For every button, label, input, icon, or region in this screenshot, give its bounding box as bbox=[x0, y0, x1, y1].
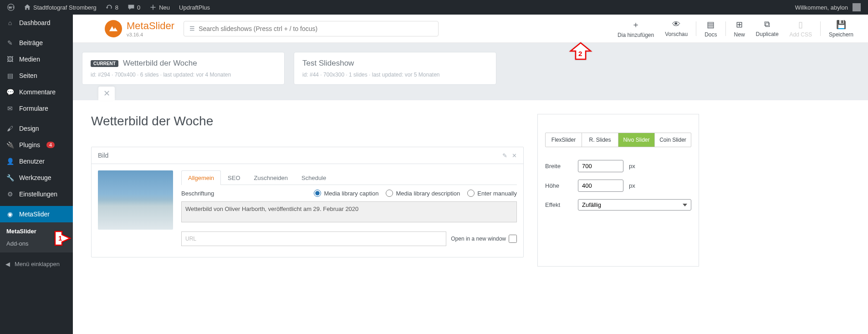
updraft-link[interactable]: UpdraftPlus bbox=[175, 0, 214, 15]
comments-link[interactable]: 0 bbox=[124, 0, 144, 15]
wp-admin-bar: Stadtfotograf Stromberg 8 0 Neu UpdraftP… bbox=[0, 0, 868, 15]
updates-link[interactable]: 8 bbox=[102, 0, 122, 15]
plus-icon bbox=[149, 4, 157, 11]
new-link[interactable]: Neu bbox=[146, 0, 174, 15]
refresh-icon bbox=[106, 4, 113, 11]
site-name: Stadtfotograf Stromberg bbox=[33, 4, 97, 11]
site-link[interactable]: Stadtfotograf Stromberg bbox=[20, 0, 100, 15]
comment-icon bbox=[128, 4, 135, 11]
avatar bbox=[853, 3, 861, 11]
wp-logo[interactable] bbox=[4, 0, 18, 15]
home-icon bbox=[24, 4, 31, 11]
welcome-link[interactable]: Willkommen, abylon bbox=[791, 0, 864, 15]
